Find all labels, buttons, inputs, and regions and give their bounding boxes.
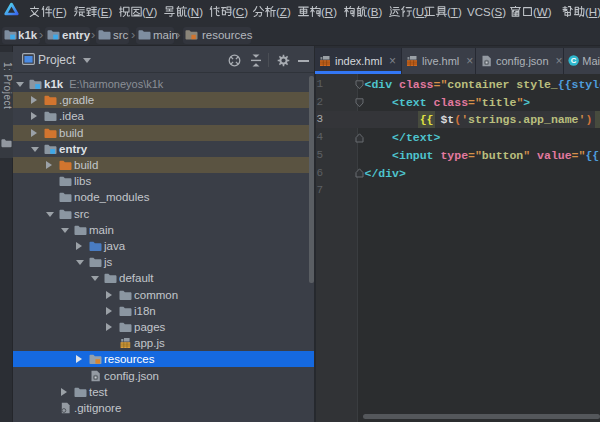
svg-text:C: C — [571, 56, 577, 65]
